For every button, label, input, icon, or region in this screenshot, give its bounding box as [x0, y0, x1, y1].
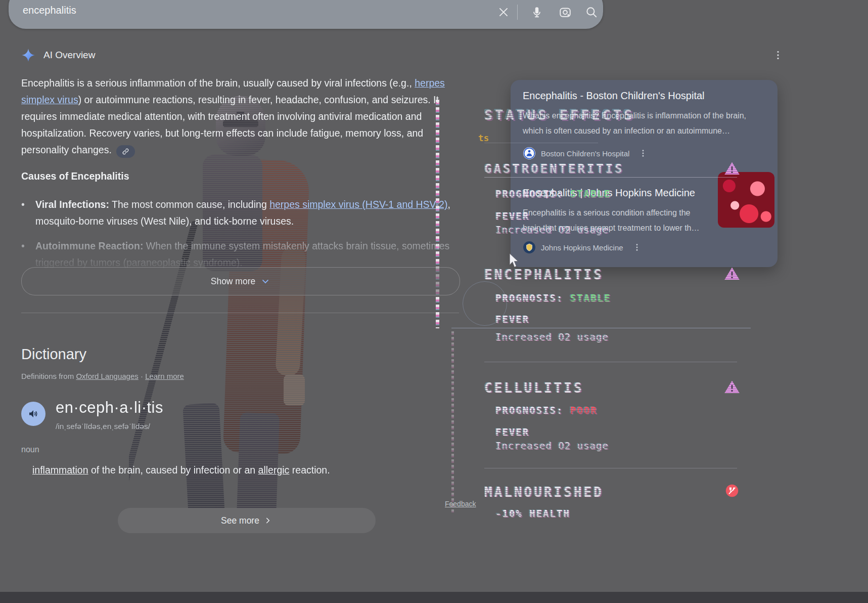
ai-sparkle-icon	[21, 48, 35, 62]
result-menu-icon[interactable]	[632, 243, 642, 252]
chevron-right-icon	[263, 516, 272, 525]
result-thumbnail[interactable]	[718, 172, 774, 228]
snippet-line: brain that requires prompt treatment to …	[523, 221, 715, 236]
causes-heading: Causes of Encephalitis	[21, 170, 129, 182]
hud-effect-detail: Increased O2 usage	[495, 440, 609, 451]
result-title[interactable]: Encephalitis - Boston Children's Hospita…	[523, 90, 705, 102]
bullet-text: The most common cause, including	[109, 199, 269, 210]
malnourished-icon	[725, 484, 739, 498]
hud-divider	[484, 468, 737, 468]
hud-effect: FEVER	[495, 426, 529, 438]
inflammation-link[interactable]: inflammation	[32, 464, 88, 476]
source-link-chip[interactable]	[116, 145, 135, 158]
search-bar	[9, 0, 603, 29]
warning-triangle-icon	[724, 379, 740, 395]
hud-effect: -10% HEALTH	[495, 508, 570, 519]
snippet-line: What is encephalitis? Encephalitis is in…	[523, 108, 760, 123]
search-input[interactable]	[22, 4, 408, 17]
snippet-line: which is often caused by an infection or…	[523, 123, 760, 139]
see-more-label: See more	[221, 515, 259, 526]
learn-more-link[interactable]: Learn more	[145, 372, 184, 380]
boston-childrens-logo	[523, 147, 536, 160]
bullet-dot: •	[21, 196, 35, 230]
section-divider	[21, 313, 459, 313]
ai-overview-label: AI Overview	[43, 50, 95, 61]
hud-circle-fragment	[463, 281, 507, 326]
source-name: Johns Hopkins Medicine	[541, 243, 623, 252]
show-more-button[interactable]: Show more	[21, 267, 460, 295]
google-lens-icon[interactable]	[559, 6, 572, 19]
speaker-icon	[27, 408, 39, 420]
dictionary-title: Dictionary	[21, 346, 86, 363]
hud-prognosis: PROGNOSIS: STABLE	[495, 292, 611, 304]
warning-triangle-icon	[724, 161, 740, 176]
screen: AI Overview Encephalitis is a serious in…	[0, 0, 868, 603]
bullet-dot: •	[21, 238, 35, 271]
part-of-speech: noun	[21, 445, 39, 454]
glitch-artifact-line	[451, 331, 454, 512]
paragraph-text: ) or autoimmune reactions, resulting in …	[21, 94, 439, 155]
result-source-row: Johns Hopkins Medicine	[523, 241, 642, 254]
johns-hopkins-logo	[523, 241, 536, 254]
overflow-menu-icon[interactable]	[772, 50, 784, 61]
hud-section-malnourished: MALNOURISHED	[484, 485, 604, 500]
hud-divider	[484, 362, 737, 362]
result-title[interactable]: Encephalitis | Johns Hopkins Medicine	[523, 187, 695, 199]
definition-text: of the brain, caused by infection or an	[88, 464, 258, 476]
ai-overview-header: AI Overview	[21, 48, 95, 62]
show-more-label: Show more	[211, 276, 256, 287]
dictionary-definition: inflammation of the brain, caused by inf…	[32, 464, 330, 476]
oxford-languages-link[interactable]: Oxford Languages	[76, 372, 138, 380]
mouse-cursor	[509, 253, 520, 269]
result-menu-icon[interactable]	[638, 149, 648, 158]
paragraph-text: Encephalitis is a serious inflammation o…	[21, 77, 415, 89]
result-source-row: Boston Children's Hospital	[523, 147, 648, 160]
allergic-link[interactable]: allergic	[258, 464, 290, 476]
hud-section-cellulitis: CELLULITIS	[484, 380, 584, 396]
prognosis-value: STABLE	[570, 292, 611, 304]
link-icon	[122, 148, 129, 155]
hud-effect-detail: Increased O2 usage	[495, 331, 609, 342]
glitch-horizontal-line	[451, 328, 751, 328]
voice-search-icon[interactable]	[530, 6, 543, 19]
attribution-separator: ·	[139, 372, 145, 380]
dictionary-headword: en·ceph·a·li·tis	[56, 399, 163, 417]
character-hand	[284, 374, 305, 406]
list-item: • Autoimmune Reaction: When the immune s…	[21, 238, 451, 271]
attribution-text: Definitions from	[21, 372, 76, 380]
feedback-link[interactable]: Feedback	[445, 500, 476, 508]
result-snippet: Encephalitis is a serious condition affe…	[523, 205, 715, 236]
source-name: Boston Children's Hospital	[541, 149, 629, 158]
pronounce-button[interactable]	[21, 402, 45, 426]
character-leg	[182, 403, 229, 592]
see-more-button[interactable]: See more	[118, 508, 376, 533]
hud-section-encephalitis: ENCEPHALITIS	[484, 267, 604, 282]
ai-overview-paragraph: Encephalitis is a serious inflammation o…	[21, 75, 455, 158]
list-item: • Viral Infections: The most common caus…	[21, 196, 451, 230]
hud-title-underline	[484, 143, 598, 143]
hud-divider	[484, 177, 737, 178]
page-bottom-edge	[0, 592, 868, 603]
snippet-line: Encephalitis is a serious condition affe…	[523, 205, 715, 221]
definition-text: reaction.	[289, 464, 330, 476]
character-leg	[234, 412, 280, 593]
warning-triangle-icon	[724, 266, 740, 281]
hud-prognosis: PROGNOSIS: POOR	[495, 405, 598, 416]
clear-search-icon[interactable]	[497, 6, 510, 19]
hsv-link[interactable]: herpes simplex virus (HSV-1 and HSV-2)	[269, 199, 447, 210]
bullet-bold: Autoimmune Reaction:	[35, 240, 143, 251]
dictionary-phonetic: /inˌsefəˈlīdəs,enˌsefəˈlīdəs/	[56, 422, 150, 431]
search-divider	[517, 5, 518, 20]
result-snippet: What is encephalitis? Encephalitis is in…	[523, 108, 760, 139]
chevron-down-icon	[260, 276, 270, 286]
search-icon[interactable]	[585, 6, 598, 19]
hud-text-fragment: ts	[478, 133, 489, 143]
prognosis-value: POOR	[570, 405, 598, 416]
bullet-bold: Viral Infections:	[35, 199, 109, 210]
dictionary-attribution: Definitions from Oxford Languages · Lear…	[21, 372, 184, 380]
prognosis-label: PROGNOSIS:	[495, 405, 563, 416]
